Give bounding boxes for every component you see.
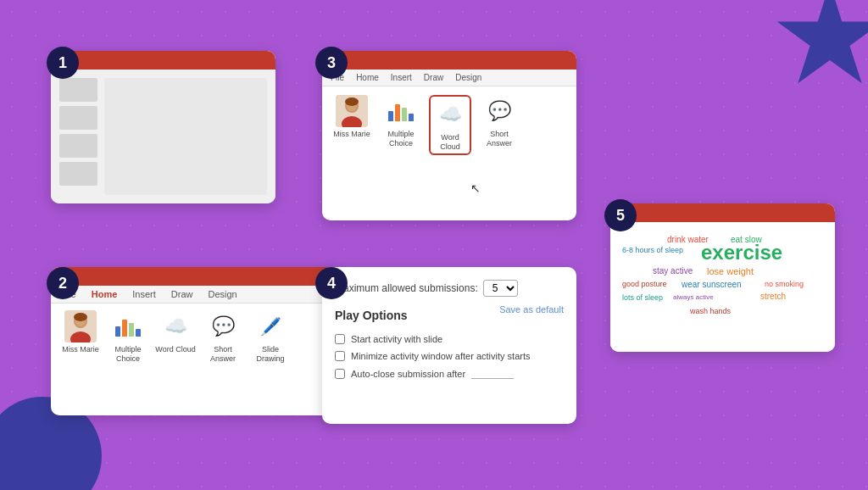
c3-bar-1 xyxy=(388,111,393,121)
slide-thumbnail-3 xyxy=(59,134,97,158)
step-5-circle: 5 xyxy=(604,199,637,231)
wc-sleep-hours: 6-8 hours of sleep xyxy=(622,246,683,254)
option-start-with-slide: Start activity with slide xyxy=(335,334,564,344)
card2-header xyxy=(51,267,339,286)
card1-sidebar xyxy=(59,78,97,195)
option-label-1: Start activity with slide xyxy=(351,334,442,344)
auto-close-input[interactable] xyxy=(471,368,514,379)
c3-toolbar-label-sa: Short Answer xyxy=(478,130,520,148)
checkbox-minimize[interactable] xyxy=(335,351,345,361)
wc-no-smoking: no smoking xyxy=(765,280,804,288)
card2-nav: File Home Insert Draw Design xyxy=(51,286,339,303)
c3-nav-draw[interactable]: Draw xyxy=(424,73,443,82)
card-3-word-cloud-select: File Home Insert Draw Design Miss Marie xyxy=(322,51,576,220)
card3-header xyxy=(322,51,576,70)
svg-point-4 xyxy=(74,313,87,321)
slide-thumbnail-4 xyxy=(59,162,97,186)
bar-4 xyxy=(136,329,141,337)
card3-toolbar-items: Miss Marie Multiple Choice ☁️ Word Cloud xyxy=(322,86,576,164)
option-auto-close: Auto-close submission after xyxy=(335,368,564,379)
c3-word-cloud-icon: ☁️ xyxy=(434,98,466,131)
toolbar-miss-marie: Miss Marie xyxy=(59,310,102,354)
bar-chart xyxy=(115,316,141,337)
c3-toolbar-multiple-choice[interactable]: Multiple Choice xyxy=(380,95,422,148)
wc-sunscreen: wear sunscreen xyxy=(682,280,742,289)
c3-toolbar-label-mc: Multiple Choice xyxy=(380,130,422,148)
toolbar-slide-drawing[interactable]: 🖊️ Slide Drawing xyxy=(249,310,292,364)
c3-bar-2 xyxy=(395,104,400,121)
card-4-play-options: Maximum allowed submissions: 5 Play Opti… xyxy=(322,267,576,424)
c3-bar-3 xyxy=(402,108,407,121)
toolbar-label-marie: Miss Marie xyxy=(62,345,99,354)
c3-nav-home[interactable]: Home xyxy=(356,73,379,82)
card2-toolbar-items: Miss Marie Multiple Choice ☁️ Word Cloud xyxy=(51,303,339,370)
nav-home[interactable]: Home xyxy=(92,289,118,299)
c3-avatar-svg xyxy=(336,95,368,127)
wc-lose-weight: lose weight xyxy=(707,266,754,276)
play-options-title: Play Options xyxy=(335,309,408,322)
word-cloud-display: drink water eat slow 6-8 hours of sleep … xyxy=(620,231,825,343)
wc-wash-hands: wash hands xyxy=(690,307,731,315)
toolbar-label-sd: Slide Drawing xyxy=(249,345,292,364)
multiple-choice-icon xyxy=(112,310,144,342)
slide-emoji: 🖊️ xyxy=(260,316,281,337)
step-4-circle: 4 xyxy=(315,267,348,299)
checkbox-start-slide[interactable] xyxy=(335,334,345,344)
card-1-blank-slide xyxy=(51,51,275,203)
card1-main-slide xyxy=(104,78,267,195)
option-label-3: Auto-close submission after xyxy=(351,369,465,379)
chat-emoji: 💬 xyxy=(212,315,235,337)
toolbar-word-cloud[interactable]: ☁️ Word Cloud xyxy=(154,310,197,354)
c3-bar-4 xyxy=(409,114,414,121)
c3-toolbar-miss-marie: Miss Marie xyxy=(331,95,373,139)
c3-toolbar-label-marie: Miss Marie xyxy=(333,130,370,139)
c3-toolbar-label-wc: Word Cloud xyxy=(432,133,468,152)
wc-stretch: stretch xyxy=(760,292,786,301)
save-as-default[interactable]: Save as default xyxy=(499,304,564,315)
svg-point-9 xyxy=(345,97,359,106)
submissions-dropdown[interactable]: 5 xyxy=(483,280,518,297)
card1-body xyxy=(51,70,275,203)
wc-always-active: always active xyxy=(673,293,714,301)
decorative-star xyxy=(775,0,868,93)
slide-drawing-icon: 🖊️ xyxy=(254,310,287,342)
submissions-label: Maximum allowed submissions: xyxy=(335,282,478,294)
c3-chat-emoji: 💬 xyxy=(488,100,511,122)
bar-2 xyxy=(122,320,127,337)
card-2-toolbar: File Home Insert Draw Design Miss Marie xyxy=(51,267,339,415)
nav-design[interactable]: Design xyxy=(208,289,236,299)
c3-multiple-choice-icon xyxy=(385,95,417,127)
c3-nav-design[interactable]: Design xyxy=(455,73,481,82)
step-1-circle: 1 xyxy=(47,47,79,79)
toolbar-short-answer[interactable]: 💬 Short Answer xyxy=(202,310,244,364)
c3-cloud-emoji: ☁️ xyxy=(439,103,462,125)
wc-good-posture: good posture xyxy=(622,280,667,288)
card-5-word-cloud-result: drink water eat slow 6-8 hours of sleep … xyxy=(610,203,835,352)
c3-nav-insert[interactable]: Insert xyxy=(391,73,412,82)
toolbar-label-sa: Short Answer xyxy=(202,345,244,364)
card1-header xyxy=(51,51,275,70)
avatar-svg xyxy=(64,310,97,342)
c3-toolbar-short-answer[interactable]: 💬 Short Answer xyxy=(478,95,520,148)
cloud-emoji: ☁️ xyxy=(164,315,187,337)
card3-nav: File Home Insert Draw Design xyxy=(322,70,576,86)
nav-draw[interactable]: Draw xyxy=(171,289,193,299)
option-minimize-window: Minimize activity window after activity … xyxy=(335,351,564,361)
c3-toolbar-word-cloud-selected[interactable]: ☁️ Word Cloud xyxy=(429,95,471,155)
bar-3 xyxy=(129,323,134,337)
toolbar-multiple-choice[interactable]: Multiple Choice xyxy=(107,310,149,364)
nav-insert[interactable]: Insert xyxy=(132,289,156,299)
option-label-2: Minimize activity window after activity … xyxy=(351,351,531,361)
card5-body: drink water eat slow 6-8 hours of sleep … xyxy=(610,222,835,352)
wc-lots-sleep: lots of sleep xyxy=(622,293,663,302)
submissions-row: Maximum allowed submissions: 5 xyxy=(335,280,564,297)
checkbox-auto-close[interactable] xyxy=(335,369,345,379)
c3-bar-chart xyxy=(388,101,414,121)
miss-marie-avatar xyxy=(64,310,97,342)
toolbar-label-mc: Multiple Choice xyxy=(107,345,149,364)
slide-thumbnail-2 xyxy=(59,106,97,130)
c3-miss-marie-avatar xyxy=(336,95,368,127)
slide-thumbnail-1 xyxy=(59,78,97,102)
cursor: ↖ xyxy=(470,181,481,195)
card5-header xyxy=(610,203,835,222)
